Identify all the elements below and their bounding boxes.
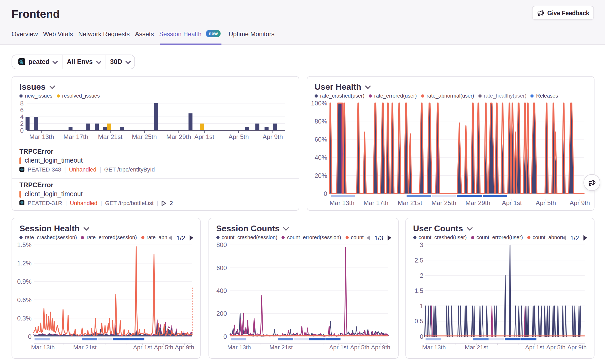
svg-text:0.5: 0.5 [414, 317, 423, 324]
svg-text:Mar 13th: Mar 13th [422, 344, 446, 350]
svg-text:40%: 40% [315, 154, 327, 161]
svg-text:Mar 29th: Mar 29th [166, 133, 191, 140]
svg-text:Mar 13th: Mar 13th [31, 344, 55, 350]
svg-text:8: 8 [20, 99, 24, 106]
svg-text:Mar 21st: Mar 21st [269, 344, 293, 350]
svg-text:Apr 1st: Apr 1st [133, 344, 152, 350]
svg-text:60%: 60% [315, 136, 327, 143]
svg-text:Apr 1st: Apr 1st [525, 344, 544, 350]
svg-text:3: 3 [420, 241, 423, 248]
svg-text:Mar 17th: Mar 17th [64, 133, 88, 140]
svg-text:200: 200 [216, 310, 227, 317]
svg-text:4: 4 [20, 113, 24, 120]
svg-text:0: 0 [223, 333, 227, 340]
svg-text:Mar 21st: Mar 21st [73, 344, 97, 350]
svg-text:1.2%: 1.2% [17, 259, 32, 266]
svg-text:Mar 17th: Mar 17th [363, 199, 388, 206]
svg-text:0: 0 [420, 333, 423, 340]
svg-text:Apr 9th: Apr 9th [371, 344, 390, 350]
svg-text:Apr 1st: Apr 1st [194, 133, 214, 140]
svg-text:0: 0 [28, 333, 32, 340]
svg-text:2: 2 [20, 120, 24, 127]
svg-text:1.5: 1.5 [414, 287, 423, 294]
svg-text:Apr 5th: Apr 5th [228, 133, 249, 140]
svg-text:1.5%: 1.5% [17, 241, 32, 248]
svg-text:Mar 25th: Mar 25th [132, 133, 157, 140]
svg-text:0: 0 [20, 127, 24, 134]
svg-text:Apr 9th: Apr 9th [175, 344, 194, 350]
svg-text:0.3%: 0.3% [17, 314, 32, 322]
svg-text:Apr 9th: Apr 9th [263, 133, 283, 140]
svg-text:Apr 5th: Apr 5th [154, 344, 173, 350]
svg-text:0.6%: 0.6% [17, 296, 32, 303]
svg-text:Apr 1st: Apr 1st [329, 344, 348, 350]
svg-text:Mar 13th: Mar 13th [29, 133, 54, 140]
svg-text:1: 1 [420, 302, 423, 309]
svg-text:Mar 21st: Mar 21st [465, 344, 488, 350]
svg-text:Mar 25th: Mar 25th [431, 199, 456, 206]
svg-text:Mar 13th: Mar 13th [227, 344, 251, 350]
svg-text:80%: 80% [315, 117, 327, 125]
svg-text:0.9%: 0.9% [17, 278, 32, 285]
svg-text:Apr 5th: Apr 5th [350, 344, 369, 350]
svg-text:Mar 21st: Mar 21st [398, 199, 423, 206]
svg-text:100%: 100% [311, 99, 327, 106]
svg-text:Apr 5th: Apr 5th [546, 344, 565, 350]
svg-text:Mar 21st: Mar 21st [98, 133, 123, 140]
svg-text:Mar 29th: Mar 29th [466, 199, 491, 206]
svg-text:Apr 1st: Apr 1st [502, 199, 522, 206]
svg-text:400: 400 [216, 287, 227, 294]
svg-text:600: 600 [216, 264, 227, 271]
svg-text:800: 800 [216, 241, 227, 248]
svg-text:2.5: 2.5 [414, 256, 423, 264]
svg-text:20%: 20% [315, 172, 327, 179]
svg-text:Mar 13th: Mar 13th [330, 199, 354, 206]
svg-text:2: 2 [420, 272, 423, 279]
svg-text:Apr 9th: Apr 9th [570, 199, 590, 206]
svg-text:Apr 9th: Apr 9th [567, 344, 587, 350]
svg-text:6: 6 [20, 106, 24, 113]
svg-text:0: 0 [324, 190, 327, 197]
svg-text:Apr 5th: Apr 5th [536, 199, 556, 206]
